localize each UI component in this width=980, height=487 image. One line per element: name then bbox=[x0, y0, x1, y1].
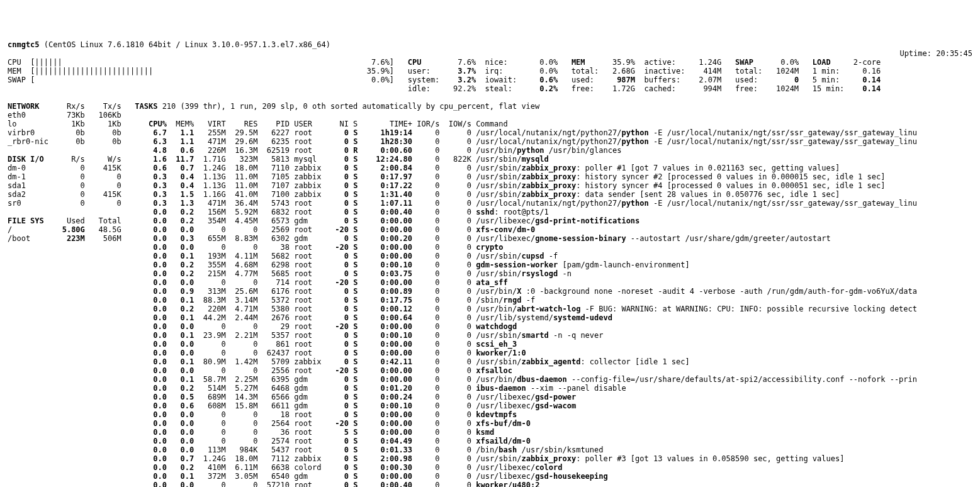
body-line: dm-0 0 415K 0.6 0.7 1.24G 18.0M 7110 zab… bbox=[8, 164, 972, 172]
blank bbox=[8, 49, 972, 58]
body-line: 0.0 0.0 0 0 2564 root -20 S 0:00.00 0 0 … bbox=[8, 419, 972, 428]
body-line: 0.0 0.2 355M 4.68M 6298 root 0 S 0:00.10… bbox=[8, 260, 972, 269]
body-line: sda1 0 0 0.3 0.4 1.13G 11.0M 7107 zabbix… bbox=[8, 181, 972, 190]
body-line: 0.0 0.9 313M 25.6M 6176 root 0 S 0:00.89… bbox=[8, 287, 972, 296]
body-line: 0.0 0.1 23.9M 2.21M 5357 root 0 S 0:00.1… bbox=[8, 331, 972, 340]
stat-line: MEM [|||||||||||||||||||||||||| 35.9%] u… bbox=[8, 67, 972, 76]
body-line: 0.0 0.0 113M 984K 5437 root 0 S 0:01.33 … bbox=[8, 445, 972, 454]
body-line: 0.0 0.1 44.2M 2.44M 2676 root 0 S 0:00.6… bbox=[8, 313, 972, 322]
body-line: 0.0 0.2 220M 4.71M 5380 root 0 S 0:00.12… bbox=[8, 305, 972, 313]
body-line: 0.0 0.0 0 0 36 root 5 S 0:00.00 0 0 ksmd bbox=[8, 428, 972, 437]
body-line: 0.0 0.0 0 0 861 root 0 S 0:00.00 0 0 scs… bbox=[8, 340, 972, 349]
body-line: sr0 0 0 0.3 1.3 471M 36.4M 5743 root 0 S… bbox=[8, 199, 972, 208]
body-line: 0.0 0.1 372M 3.05M 6540 gdm 0 S 0:00.00 … bbox=[8, 472, 972, 481]
body-line: 0.0 0.0 0 0 18 root 0 S 0:00.00 0 0 kdev… bbox=[8, 410, 972, 419]
body-line: virbr0 0b 0b 6.7 1.1 255M 29.5M 6227 roo… bbox=[8, 128, 972, 137]
body-line: 0.0 0.0 0 0 714 root -20 S 0:00.00 0 0 a… bbox=[8, 278, 972, 287]
body-line: 0.0 0.0 0 0 2556 root -20 S 0:00.00 0 0 … bbox=[8, 366, 972, 375]
glances-screen: cnmgtc5 (CentOS Linux 7.6.1810 64bit / L… bbox=[8, 40, 972, 487]
body-line: 0.0 0.7 1.24G 18.0M 7112 zabbix 0 S 2:00… bbox=[8, 454, 972, 463]
body-line: 0.0 0.1 58.7M 2.25M 6395 gdm 0 S 0:00.00… bbox=[8, 375, 972, 384]
body-line: 0.0 0.0 0 0 2574 root 0 S 0:04.49 0 0 xf… bbox=[8, 437, 972, 445]
body-line: 0.0 0.5 689M 14.3M 6566 gdm 0 S 0:00.24 … bbox=[8, 393, 972, 401]
body-line: 0.0 0.6 608M 15.8M 6611 gdm 0 S 0:00.10 … bbox=[8, 401, 972, 410]
body-line: 0.0 0.1 88.3M 3.14M 5372 root 0 S 0:17.7… bbox=[8, 296, 972, 305]
body-line: eth0 73Kb 106Kb bbox=[8, 111, 972, 120]
body-line: /boot 223M 506M 0.0 0.3 655M 8.83M 6302 … bbox=[8, 234, 972, 243]
stat-line: SWAP [ 0.0%] system: 3.2% iowait: 0.6% u… bbox=[8, 76, 972, 84]
body-line: 0.0 0.1 193M 4.11M 5682 root 0 S 0:00.00… bbox=[8, 252, 972, 260]
body-line: 0.0 0.0 0 0 62437 root 0 S 0:00.00 0 0 k… bbox=[8, 349, 972, 357]
body-line: 0.0 0.2 410M 6.11M 6638 colord 0 S 0:00.… bbox=[8, 463, 972, 472]
body-line: NETWORK Rx/s Tx/s TASKS 210 (399 thr), 1… bbox=[8, 102, 972, 111]
stat-line: CPU [|||||| 7.6%] CPU 7.6% nice: 0.0% ME… bbox=[8, 58, 972, 67]
header-line: cnmgtc5 (CentOS Linux 7.6.1810 64bit / L… bbox=[8, 40, 972, 49]
body-line: 0.0 0.0 0 0 57210 root 0 S 0:00.40 0 0 k… bbox=[8, 481, 972, 487]
body-line: _rbr0-nic 0b 0b 6.3 1.1 471M 29.6M 6235 … bbox=[8, 137, 972, 146]
body-line: dm-1 0 0 0.3 0.4 1.13G 11.0M 7105 zabbix… bbox=[8, 172, 972, 181]
body-line: lo 1Kb 1Kb CPU% MEM% VIRT RES PID USER N… bbox=[8, 120, 972, 128]
body-line: 0.0 0.1 80.9M 1.42M 5709 zabbix 0 S 0:42… bbox=[8, 357, 972, 366]
body-line: 0.0 0.0 0 0 29 root -20 S 0:00.00 0 0 wa… bbox=[8, 322, 972, 331]
body-line: 0.0 0.2 156M 5.92M 6832 root 0 S 0:00.40… bbox=[8, 208, 972, 216]
body-line: / 5.80G 48.5G 0.0 0.0 0 0 2569 root -20 … bbox=[8, 225, 972, 234]
body-line: 0.0 0.2 215M 4.77M 5685 root 0 S 0:03.75… bbox=[8, 269, 972, 278]
body-line: 0.0 0.2 514M 5.27M 6468 gdm 0 S 0:01.20 … bbox=[8, 384, 972, 393]
body-line: FILE SYS Used Total 0.0 0.2 354M 4.45M 6… bbox=[8, 216, 972, 225]
stat-line: idle: 92.2% steal: 0.2% free: 1.72G cach… bbox=[8, 84, 972, 93]
body-line: DISK I/O R/s W/s 1.6 11.7 1.71G 323M 581… bbox=[8, 155, 972, 164]
body-line: 4.8 0.6 226M 16.3M 62519 root 0 R 0:00.6… bbox=[8, 146, 972, 155]
body-line: sda2 0 415K 0.3 1.5 1.16G 41.0M 7100 zab… bbox=[8, 190, 972, 199]
body-line: 0.0 0.0 0 0 38 root -20 S 0:00.00 0 0 cr… bbox=[8, 243, 972, 252]
